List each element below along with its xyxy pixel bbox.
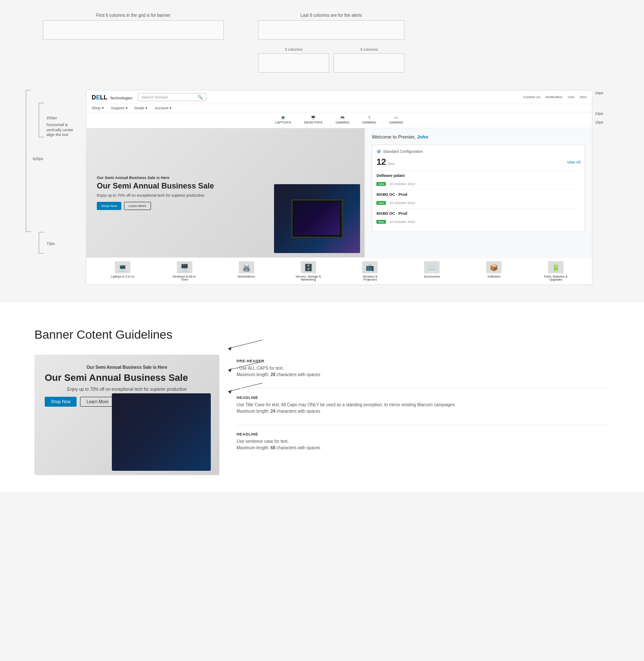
guidelines-banner-preview: Our Semi Annual Business Sale is Here Ou… (34, 355, 219, 475)
dell-header: DELL Technologies Search Domain 🔍 Contac… (86, 90, 592, 104)
gaming-icon-1: 🎮 (340, 116, 345, 120)
prod-cat-parts-label: Parts, Batteries & Upgrades (543, 275, 569, 281)
dim-72-bracket (39, 232, 44, 253)
ann-sub-headline-text-2: Maximum length: 68 characters with space… (237, 445, 610, 451)
dim-24-right-1: 24px (595, 91, 604, 95)
cat-gaming-1[interactable]: 🎮 GAMING (336, 116, 349, 124)
dim-620-bracket (26, 90, 31, 232)
config-item-name-1: MABD OC - Prod (376, 192, 580, 197)
guide-banner-image (112, 393, 211, 471)
dell-mockup-frame: DELL Technologies Search Domain 🔍 Contac… (86, 90, 592, 285)
sub-col-label-2: 3 columns (333, 47, 404, 52)
banner-grid-box (43, 20, 224, 40)
monitor-graphic (291, 199, 343, 238)
prod-cat-software[interactable]: 📦 Softwares (481, 261, 507, 281)
prod-cat-parts[interactable]: 🔋 Parts, Batteries & Upgrades (543, 261, 569, 281)
gaming-label-3: GAMING (389, 120, 403, 124)
config-item-badge-2: New (376, 220, 386, 224)
dell-alert-panel: Welcome to Premier, John ⚙️ Standard Con… (364, 128, 592, 257)
banner-guidelines-section: Banner Cotent Guidelines Our Semi Annual… (0, 302, 644, 492)
alerts-column-label: Last 6 columns are for the alerts (301, 13, 362, 18)
subnav-shop[interactable]: Shop ▾ (92, 106, 104, 110)
prod-cat-monitors[interactable]: 📺 Monitors & Projectors (357, 261, 383, 281)
guide-shop-button[interactable]: Shop Now (45, 397, 77, 407)
subnav-account[interactable]: Account ▾ (154, 106, 172, 110)
separator-2 (237, 425, 610, 425)
ann-pre-header-text-2: Maximum length: 28 characters with space… (237, 371, 610, 378)
dell-logo-text: DELL (92, 94, 107, 101)
svg-marker-3 (228, 368, 231, 372)
config-item-badge-0: New (376, 182, 386, 186)
alerts-grid-box (258, 20, 404, 40)
config-count-group: 12 New (376, 157, 395, 167)
separator-1 (237, 388, 610, 389)
sub-col-box-2 (333, 53, 404, 73)
prod-cat-workstations-icon: 🖨️ (239, 261, 254, 273)
welcome-text: Welcome to Premier, (372, 134, 417, 139)
dim-250-bracket (39, 103, 44, 137)
prod-cat-laptops[interactable]: 💻 Laptops & 2-in-1s (110, 261, 136, 281)
ann-headline-text-1: Use Title Case for text. All Caps may ON… (237, 402, 610, 408)
search-icon[interactable]: 🔍 (197, 95, 203, 99)
cat-desktops[interactable]: 🖥️ DESKTOPS (304, 116, 322, 124)
prod-cat-servers[interactable]: 🗄️ Servers, Storage & Networking (296, 261, 321, 281)
banner-pre-header: Our Semi Annual Business Sale is Here (97, 176, 354, 180)
monitor-screen (294, 202, 340, 235)
gaming-label-2: GAMING (362, 120, 376, 124)
ann-pre-header-text-1: - Use ALL CAPS for text. (237, 365, 610, 371)
layout-diagram: First 6 columns in the grid is for banne… (0, 0, 644, 90)
notification-nav[interactable]: Notification (545, 95, 563, 99)
prod-cat-servers-icon: 🗄️ (301, 261, 316, 273)
dim-24-right-2: 24px (595, 111, 604, 116)
dell-logo: DELL Technologies (92, 94, 132, 101)
dim-250-label: 250px (46, 116, 57, 120)
cat-laptops[interactable]: 💻 LAPTOPS (275, 116, 291, 124)
subnav-deals[interactable]: Deals ▾ (135, 106, 148, 110)
dell-banner-left: Our Semi Annual Business Sale is Here Ou… (86, 128, 364, 257)
dell-main-content: Our Semi Annual Business Sale is Here Ou… (86, 128, 592, 257)
gaming-icon-2: 🖱️ (367, 116, 372, 120)
config-item-2: MABD OC - Prod New 20 October 2022 (376, 208, 580, 227)
cat-gaming-2[interactable]: 🖱️ GAMING (362, 116, 376, 124)
ann-headline-label: HEADLINE (237, 395, 610, 400)
prod-cat-workstations-label: Workstations (238, 275, 255, 278)
config-item-date-2: 20 October 2022 (390, 220, 416, 224)
search-bar[interactable]: Search Domain 🔍 (138, 93, 206, 101)
config-item-date-0: 20 October 2022 (390, 182, 416, 186)
guide-headline: Our Semi Annual Business Sale (45, 372, 209, 383)
laptops-label: LAPTOPS (275, 120, 291, 124)
contact-nav[interactable]: Contact Us (523, 95, 540, 99)
prod-cat-parts-icon: 🔋 (548, 261, 564, 273)
guide-learn-button[interactable]: Learn More (80, 397, 115, 407)
learn-more-button[interactable]: Learn More (124, 202, 151, 210)
cart-nav[interactable]: Cart (568, 95, 574, 99)
prod-cat-monitors-label: Monitors & Projectors (357, 275, 383, 281)
prod-cat-accessories[interactable]: ⌨️ Accessories (419, 261, 445, 281)
prod-cat-workstations[interactable]: 🖨️ Workstations (234, 261, 259, 281)
config-item-1: MABD OC - Prod New 20 October 2022 (376, 189, 580, 208)
svg-marker-5 (228, 390, 231, 394)
ann-headline-text-2: Maximum length: 24 characters with space… (237, 408, 610, 414)
annotation-pre-header: PRE-HEADER - Use ALL CAPS for text. Maxi… (237, 359, 610, 378)
search-placeholder-text: Search Domain (142, 95, 168, 99)
config-title: Standard Configuration (383, 149, 423, 154)
account-nav[interactable]: John (579, 95, 587, 99)
guide-pre-header: Our Semi Annual Business Sale is Here (45, 365, 209, 370)
banner-align-label: horizontall & vertically center align th… (46, 123, 81, 138)
dim-72-label: 72px (46, 241, 55, 246)
header-nav-right: Contact Us Notification Cart John (523, 95, 587, 99)
desktops-icon: 🖥️ (311, 116, 315, 120)
guidelines-content: Our Semi Annual Business Sale is Here Ou… (34, 355, 610, 475)
category-icons-row: 💻 LAPTOPS 🖥️ DESKTOPS 🎮 GAMING 🖱️ GAMING… (86, 112, 592, 128)
laptops-icon: 💻 (281, 116, 285, 120)
subnav-support[interactable]: Support ▾ (111, 106, 128, 110)
shop-now-button[interactable]: Shop Now (97, 202, 121, 210)
desktops-label: DESKTOPS (304, 120, 322, 124)
dim-620-label: 620px (33, 157, 43, 161)
prod-cat-desktops[interactable]: 🖥️ Desktops & All-in-Ones (172, 261, 197, 281)
view-all-link[interactable]: View All (567, 160, 580, 164)
prod-cat-laptops-icon: 💻 (115, 261, 130, 273)
config-icon: ⚙️ (376, 149, 381, 154)
banner-column-section: First 6 columns in the grid is for banne… (43, 13, 224, 73)
cat-gaming-3[interactable]: ⌨️ GAMING (389, 116, 403, 124)
